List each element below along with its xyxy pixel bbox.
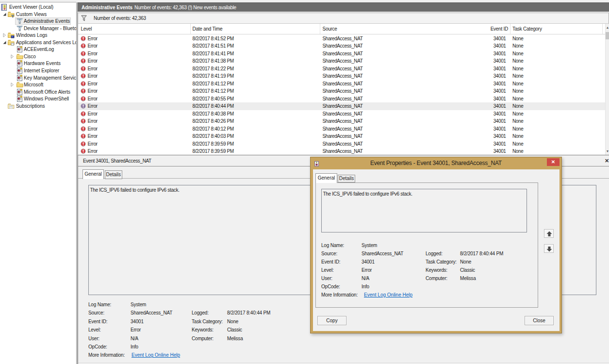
event-log-online-help-link[interactable]: Event Log Online Help bbox=[132, 352, 180, 359]
folder-icon bbox=[16, 82, 23, 88]
cell-task-category: None bbox=[512, 42, 523, 50]
tree-item-event-viewer-local[interactable]: Event Viewer (Local) bbox=[0, 3, 76, 11]
event-row[interactable]: Error8/2/2017 8:40:38 PMSharedAccess_NAT… bbox=[78, 110, 606, 118]
tree-item-windows-powershell[interactable]: Windows PowerShell bbox=[0, 95, 76, 102]
field-value-log-name: System bbox=[362, 242, 377, 249]
event-row[interactable]: Error8/2/2017 8:41:38 PMSharedAccess_NAT… bbox=[78, 57, 606, 65]
event-row[interactable]: Error8/2/2017 8:40:03 PMSharedAccess_NAT… bbox=[78, 132, 606, 140]
results-header-title: Administrative Events bbox=[82, 3, 132, 12]
cell-event-id: 34001 bbox=[494, 72, 506, 80]
dialog-message-box[interactable]: The ICS_IPV6 failed to configure IPv6 st… bbox=[321, 189, 527, 232]
event-row[interactable]: Error8/2/2017 8:41:22 PMSharedAccess_NAT… bbox=[78, 65, 606, 73]
cell-source: SharedAccess_NAT bbox=[323, 110, 363, 118]
error-level-icon bbox=[81, 126, 86, 132]
expanded-arrow-icon[interactable] bbox=[2, 40, 7, 45]
preview-title: Event 34001, SharedAccess_NAT bbox=[83, 155, 151, 166]
collapsed-arrow-icon[interactable] bbox=[10, 54, 15, 59]
event-row[interactable]: Error8/2/2017 8:40:26 PMSharedAccess_NAT… bbox=[78, 117, 606, 125]
dialog-tab-general[interactable]: General bbox=[315, 173, 337, 183]
field-value-level: Error bbox=[131, 327, 141, 333]
error-level-icon bbox=[81, 36, 86, 41]
event-row[interactable]: Error8/2/2017 8:41:12 PMSharedAccess_NAT… bbox=[78, 80, 606, 88]
tree-item-key-management-service[interactable]: Key Management Service bbox=[0, 74, 76, 82]
column-separator[interactable] bbox=[190, 24, 191, 34]
close-button[interactable]: Close bbox=[525, 316, 554, 325]
preview-close-icon[interactable]: ✕ bbox=[605, 158, 609, 164]
dialog-up-button[interactable] bbox=[544, 229, 554, 238]
log-icon bbox=[16, 46, 23, 52]
dialog-down-button[interactable] bbox=[544, 244, 554, 253]
column-header-level[interactable]: Level bbox=[81, 24, 92, 34]
tree-item-microsoft-office-alerts[interactable]: Microsoft Office Alerts bbox=[0, 88, 76, 96]
tree-item-aceeventlog[interactable]: ACEEventLog bbox=[0, 46, 76, 53]
cell-source: SharedAccess_NAT bbox=[323, 117, 363, 125]
event-table: LevelDate and TimeSourceEvent IDTask Cat… bbox=[78, 24, 609, 155]
subscriptions-icon bbox=[8, 103, 15, 109]
event-row[interactable]: Error8/2/2017 8:41:12 PMSharedAccess_NAT… bbox=[78, 87, 606, 95]
cell-task-category: None bbox=[512, 87, 523, 95]
collapsed-arrow-icon[interactable] bbox=[2, 33, 7, 37]
tree-item-cisco[interactable]: Cisco bbox=[0, 53, 76, 60]
cell-source: SharedAccess_NAT bbox=[323, 72, 363, 80]
dialog-close-button[interactable]: ✕ bbox=[547, 158, 560, 166]
scrollbar-thumb[interactable] bbox=[606, 32, 609, 39]
folder-icon bbox=[16, 53, 23, 60]
cell-level: Error bbox=[88, 95, 98, 103]
column-header-task-category[interactable]: Task Category bbox=[512, 24, 542, 34]
event-row[interactable]: Error8/2/2017 8:40:12 PMSharedAccess_NAT… bbox=[78, 125, 606, 133]
tree-item-device-manager-bluetooth[interactable]: Device Manager - Bluetooth bbox=[0, 25, 76, 32]
tree-item-internet-explorer[interactable]: Internet Explorer bbox=[0, 67, 76, 74]
column-separator[interactable] bbox=[602, 24, 603, 34]
column-header-date-and-time[interactable]: Date and Time bbox=[193, 24, 223, 34]
collapsed-arrow-icon[interactable] bbox=[10, 83, 15, 87]
cell-source: SharedAccess_NAT bbox=[323, 50, 363, 58]
tree-panel-top-line bbox=[0, 2, 76, 2]
cell-date: 8/2/2017 8:40:12 PM bbox=[193, 125, 234, 133]
tree-item-windows-logs[interactable]: Windows Logs bbox=[0, 32, 76, 39]
field-label-opcode: OpCode: bbox=[88, 344, 107, 350]
tree-item-microsoft[interactable]: Microsoft bbox=[0, 81, 76, 88]
cell-date: 8/2/2017 8:40:38 PM bbox=[193, 110, 234, 118]
copy-button[interactable]: Copy bbox=[317, 316, 346, 325]
column-separator[interactable] bbox=[320, 24, 320, 34]
dialog-titlebar[interactable]: Event Properties - Event 34001, SharedAc… bbox=[311, 157, 561, 169]
preview-tab-general[interactable]: General bbox=[82, 169, 104, 179]
tree-item-applications-and-services-logs[interactable]: Applications and Services Logs bbox=[0, 39, 76, 46]
cell-date: 8/2/2017 8:41:12 PM bbox=[193, 87, 234, 95]
cell-event-id: 34001 bbox=[494, 57, 506, 65]
event-row[interactable]: Error8/2/2017 8:41:41 PMSharedAccess_NAT… bbox=[78, 50, 606, 58]
cell-level: Error bbox=[88, 132, 98, 140]
cell-source: SharedAccess_NAT bbox=[323, 87, 363, 95]
dialog-tab-details[interactable]: Details bbox=[338, 175, 355, 183]
field-value-task-category: None bbox=[460, 259, 471, 265]
cell-level: Error bbox=[88, 72, 98, 80]
field-value-event-id: 34001 bbox=[362, 259, 375, 265]
tree-item-custom-views[interactable]: Custom Views bbox=[0, 11, 76, 18]
cell-source: SharedAccess_NAT bbox=[323, 95, 363, 103]
column-separator[interactable] bbox=[510, 24, 510, 34]
table-vertical-scrollbar[interactable]: ▲ ▼ bbox=[605, 24, 609, 155]
event-row[interactable]: Error8/2/2017 8:39:59 PMSharedAccess_NAT… bbox=[78, 148, 606, 155]
column-header-event-id[interactable]: Event ID bbox=[491, 24, 508, 34]
cell-event-id: 34001 bbox=[494, 42, 506, 50]
event-row[interactable]: Error8/2/2017 8:40:44 PMSharedAccess_NAT… bbox=[78, 102, 606, 110]
tree-item-administrative-events[interactable]: Administrative Events bbox=[0, 17, 76, 25]
preview-tab-details[interactable]: Details bbox=[105, 170, 123, 179]
scrollbar-down-button[interactable]: ▼ bbox=[606, 148, 609, 155]
expanded-arrow-icon[interactable] bbox=[2, 12, 7, 17]
tree-item-hardware-events[interactable]: Hardware Events bbox=[0, 60, 76, 67]
event-row[interactable]: Error8/2/2017 8:41:51 PMSharedAccess_NAT… bbox=[78, 42, 606, 50]
scrollbar-up-button[interactable]: ▲ bbox=[606, 24, 609, 31]
event-log-online-help-link[interactable]: Event Log Online Help bbox=[364, 292, 412, 298]
event-row[interactable]: Error8/2/2017 8:41:19 PMSharedAccess_NAT… bbox=[78, 72, 606, 80]
field-label-task-category: Task Category: bbox=[192, 318, 223, 325]
event-row[interactable]: Error8/2/2017 8:39:59 PMSharedAccess_NAT… bbox=[78, 140, 606, 148]
cell-source: SharedAccess_NAT bbox=[323, 125, 363, 133]
field-label-user: User: bbox=[321, 275, 332, 282]
error-level-icon bbox=[81, 66, 86, 71]
column-header-source[interactable]: Source bbox=[323, 24, 337, 34]
event-row[interactable]: Error8/2/2017 8:40:55 PMSharedAccess_NAT… bbox=[78, 95, 606, 103]
event-row[interactable]: Error8/2/2017 8:41:52 PMSharedAccess_NAT… bbox=[78, 35, 606, 43]
field-value-computer: Melissa bbox=[227, 335, 243, 342]
tree-item-subscriptions[interactable]: Subscriptions bbox=[0, 102, 76, 110]
